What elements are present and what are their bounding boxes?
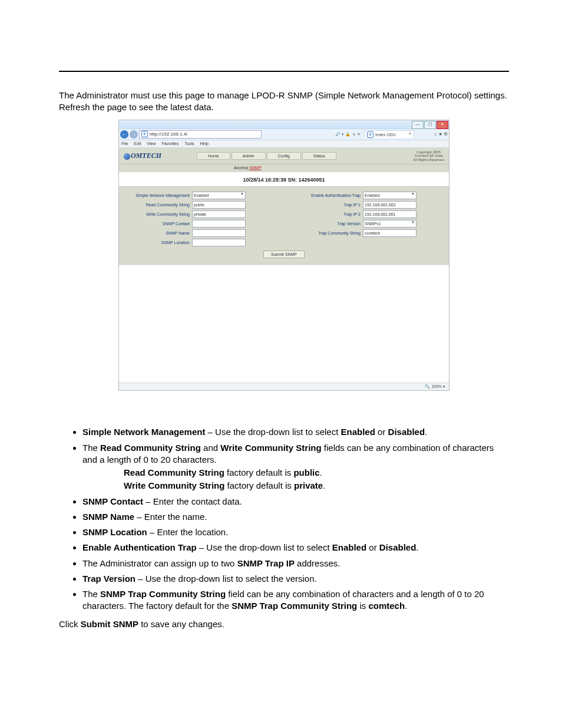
intro-paragraph: The Administrator must use this page to … [59, 90, 509, 114]
subnav-snmp-link[interactable]: SNMP [249, 166, 261, 170]
list-item: Simple Network Management – Use the drop… [82, 426, 509, 438]
forward-button[interactable]: → [130, 130, 138, 139]
submit-snmp-button[interactable]: Submit SNMP [263, 251, 305, 258]
menu-file[interactable]: File [121, 141, 128, 146]
instruction-list: Simple Network Management – Use the drop… [59, 426, 509, 612]
right-column: Enable Authentication TrapEnabledTrap IP… [296, 190, 443, 247]
globe-icon [124, 153, 130, 160]
field-label: SNMP Contact [125, 222, 192, 226]
form-row: SNMP Contact [125, 219, 272, 228]
text-input[interactable] [192, 220, 246, 228]
url-text: http://192.168.1.4/ [150, 131, 188, 137]
menu-favorites[interactable]: Favorites [161, 141, 178, 146]
field-label: Simple Network Management [125, 193, 192, 197]
url-field[interactable]: e http://192.168.1.4/ [139, 130, 262, 139]
text-input[interactable] [192, 239, 246, 246]
maximize-button[interactable]: ▢ [424, 121, 436, 129]
field-label: SNMP Location [125, 241, 192, 245]
timestamp-line: 10/28/14 16:28:38 SN: 142640951 [119, 172, 449, 186]
addr-right-icons: 🔎 ▾ 🔒 🖒 ✕ [335, 132, 363, 137]
blank-area [119, 265, 449, 383]
dropdown[interactable]: Enabled [192, 192, 246, 199]
tab-favicon-icon: e [367, 131, 373, 138]
form-row: Trap Community Stringcomtech [296, 228, 443, 238]
list-item: Trap Version – Use the drop-down list to… [82, 573, 509, 585]
text-input[interactable]: public [192, 201, 246, 209]
tab-config[interactable]: Config [267, 152, 301, 160]
form-row: Trap IP 1192.168.001.002 [296, 200, 443, 209]
field-label: Trap Community String [296, 231, 363, 235]
field-label: Trap Version [296, 222, 363, 226]
text-input[interactable]: private [192, 210, 246, 218]
form-row: Trap IP 2192.168.001.001 [296, 209, 443, 219]
list-item: Enable Authentication Trap – Use the dro… [82, 542, 509, 554]
tab-status[interactable]: Status [302, 152, 336, 160]
dropdown[interactable]: Enabled [363, 192, 416, 199]
browser-tab[interactable]: e Index ODU ✕ [364, 130, 414, 138]
menu-edit[interactable]: Edit [134, 141, 141, 146]
form-row: SNMP Location [125, 238, 272, 247]
tab-admin[interactable]: Admin [232, 152, 266, 160]
close-button[interactable]: ✕ [437, 121, 448, 129]
ie-status-bar: 🔍 100% ▾ [119, 383, 449, 390]
field-label: Trap IP 2 [296, 212, 363, 216]
ie-menu-bar: File Edit View Favorites Tools Help [119, 140, 449, 148]
text-input[interactable]: 192.168.001.001 [363, 210, 416, 218]
menu-tools[interactable]: Tools [184, 141, 194, 146]
app-header: OMTECH Home Admin Config Status Copyrigh… [119, 148, 449, 165]
screenshot-ie-window: — ▢ ✕ ← → e http://192.168.1.4/ 🔎 ▾ 🔒 🖒 … [118, 120, 449, 391]
dropdown[interactable]: SNMPv1 [363, 220, 416, 228]
closing-paragraph: Click Submit SNMP to save any changes. [59, 618, 509, 630]
text-input[interactable] [192, 229, 246, 237]
list-item: The SNMP Trap Community String field can… [82, 588, 509, 612]
logo: OMTECH [124, 151, 161, 160]
form-row: SNMP Name [125, 228, 272, 238]
field-label: Trap IP 1 [296, 203, 363, 207]
tab-close-icon[interactable]: ✕ [408, 131, 412, 136]
field-label: Enable Authentication Trap [296, 193, 363, 197]
tab-title: Index ODU [375, 133, 396, 137]
menu-help[interactable]: Help [200, 141, 209, 146]
address-bar: ← → e http://192.168.1.4/ 🔎 ▾ 🔒 🖒 ✕ e In… [119, 129, 449, 140]
sub-nav: Access| SNMP [119, 164, 449, 172]
list-item: SNMP Contact – Enter the contact data. [82, 496, 509, 508]
ie-icon: e [141, 131, 148, 137]
list-item: SNMP Name – Enter the name. [82, 511, 509, 523]
zoom-indicator[interactable]: 🔍 100% ▾ [425, 384, 445, 389]
menu-view[interactable]: View [147, 141, 156, 146]
window-titlebar: — ▢ ✕ [119, 120, 449, 129]
left-column: Simple Network ManagementEnabledRead Com… [125, 190, 272, 247]
form-row: Write Community Stringprivate [125, 209, 272, 219]
form-row: Enable Authentication TrapEnabled [296, 190, 443, 200]
form-row: Trap VersionSNMPv1 [296, 219, 443, 228]
field-label: Read Community String [125, 203, 192, 207]
top-rule [59, 71, 509, 72]
field-label: SNMP Name [125, 231, 192, 235]
snmp-panel: Simple Network ManagementEnabledRead Com… [119, 186, 449, 265]
list-item: SNMP Location – Enter the location. [82, 526, 509, 538]
list-item: The Read Community String and Write Comm… [82, 442, 509, 492]
list-item: The Administrator can assign up to two S… [82, 558, 509, 569]
form-row: Read Community Stringpublic [125, 200, 272, 209]
text-input[interactable]: comtech [363, 229, 416, 237]
minimize-button[interactable]: — [412, 121, 424, 129]
text-input[interactable]: 192.168.001.002 [363, 201, 416, 209]
back-button[interactable]: ← [120, 130, 128, 139]
tab-home[interactable]: Home [197, 152, 230, 160]
copyright: Copyright 2005 Comtech EF Data All Right… [413, 150, 444, 162]
form-row: Simple Network ManagementEnabled [125, 190, 272, 200]
app-nav: Home Admin Config Status [197, 152, 336, 160]
home-icon[interactable]: ⌂ ★ ⚙ [434, 131, 448, 137]
field-label: Write Community String [125, 212, 192, 216]
